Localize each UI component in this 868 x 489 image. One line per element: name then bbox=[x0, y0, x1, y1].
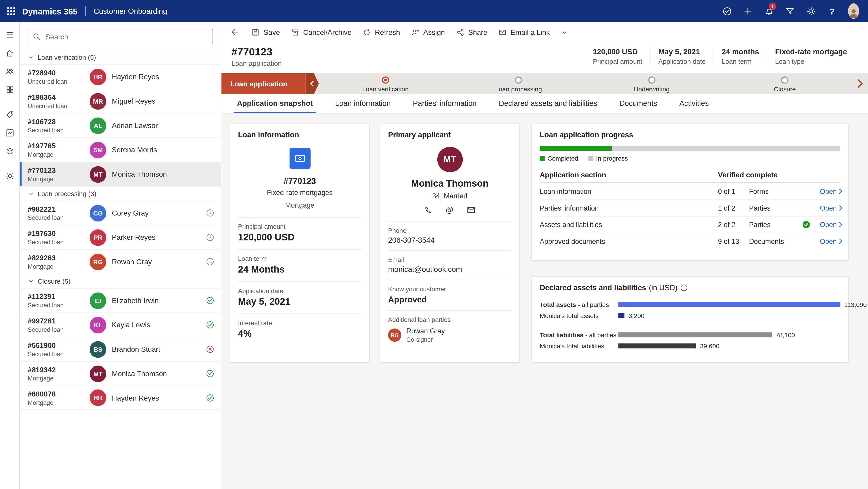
box-icon[interactable] bbox=[1, 143, 18, 160]
cancel-archive-button[interactable]: Cancel/Archive bbox=[285, 24, 357, 40]
list-item[interactable]: #106728Secured loan AL Adrian Lawsor bbox=[20, 113, 221, 138]
tab-activities[interactable]: Activities bbox=[676, 98, 712, 113]
bpf-collapse-button[interactable] bbox=[306, 73, 319, 94]
open-link[interactable]: Open bbox=[816, 237, 846, 246]
card-title: Declared assets and liabilities bbox=[540, 284, 646, 292]
liabilities-monica-bar bbox=[618, 343, 696, 348]
stat-application-date: May 5, 2021 Application date bbox=[650, 48, 713, 65]
loan-product: Fixed-rate mortgages bbox=[238, 189, 362, 197]
loan-type-label: Secured loan bbox=[28, 351, 90, 357]
chart-icon[interactable] bbox=[1, 125, 18, 141]
waffle-icon[interactable] bbox=[0, 0, 22, 22]
group-header-closure[interactable]: Closure (5) bbox=[20, 274, 221, 288]
filter-icon[interactable] bbox=[779, 0, 800, 22]
card-title: Loan information bbox=[238, 131, 362, 139]
plus-icon[interactable] bbox=[737, 0, 758, 22]
chevron-down-icon bbox=[28, 191, 34, 196]
bpf-stage-loan-verification[interactable]: Loan verification bbox=[319, 73, 452, 94]
app-name[interactable]: Customer Onboarding bbox=[94, 7, 167, 16]
list-item[interactable]: #198364Unecured loan MR Miguel Reyes bbox=[20, 89, 221, 113]
list-item[interactable]: #819342Mortgage MT Monica Thomson bbox=[20, 361, 221, 386]
list-item[interactable]: #600078Mortgage HR Hayden Reyes bbox=[20, 385, 221, 410]
phone-icon[interactable] bbox=[424, 206, 432, 214]
party-row[interactable]: RG Rowan Gray Co-signer bbox=[388, 327, 512, 343]
assign-button[interactable]: Assign bbox=[405, 24, 450, 40]
back-button[interactable] bbox=[226, 24, 243, 40]
share-button[interactable]: Share bbox=[451, 24, 493, 40]
loan-type-label: Mortgage bbox=[28, 175, 90, 182]
group-header-loan-processing[interactable]: Loan processing (3) bbox=[20, 186, 221, 201]
more-commands-button[interactable] bbox=[555, 24, 574, 40]
bar-value: 3,200 bbox=[628, 312, 644, 319]
help-icon[interactable]: ? bbox=[822, 0, 842, 22]
applicant-meta: 34, Married bbox=[388, 192, 512, 200]
loan-category: Mortgage bbox=[238, 202, 362, 209]
stage-marker bbox=[515, 77, 522, 84]
avatar: RG bbox=[90, 253, 106, 270]
stage-marker bbox=[648, 77, 655, 84]
at-icon[interactable]: @ bbox=[445, 206, 454, 214]
list-item[interactable]: #997261Secured loan KL Kayla Lewis bbox=[20, 312, 221, 337]
search-input[interactable] bbox=[44, 32, 208, 41]
contact-name: Hayden Reyes bbox=[112, 394, 206, 402]
contact-name: Adrian Lawsor bbox=[112, 121, 214, 130]
info-icon[interactable] bbox=[680, 284, 687, 291]
search-box[interactable] bbox=[28, 29, 213, 44]
divider bbox=[85, 6, 86, 16]
tab-documents[interactable]: Documents bbox=[616, 98, 660, 113]
tab-declared-assets[interactable]: Declared assets and liabilities bbox=[495, 98, 600, 113]
open-link[interactable]: Open bbox=[816, 187, 846, 196]
user-avatar[interactable] bbox=[842, 0, 862, 22]
group-header-loan-verification[interactable]: Loan verification (5) bbox=[20, 50, 221, 64]
settings-gear-icon[interactable] bbox=[1, 168, 18, 184]
contact-name: Parker Reyes bbox=[112, 233, 206, 241]
list-item[interactable]: #112391Secured loan EI Elizabeth Irwin bbox=[20, 288, 221, 312]
tab-parties-information[interactable]: Parties' information bbox=[410, 98, 480, 113]
bpf-stage-underwriting[interactable]: Underwriting bbox=[585, 73, 718, 94]
tag-icon[interactable] bbox=[1, 106, 18, 123]
record-list-panel: Loan verification (5) #728940Unecured lo… bbox=[20, 22, 221, 489]
list-item[interactable]: #982221Secured loan CG Corey Gray bbox=[20, 201, 221, 225]
chevron-down-icon bbox=[28, 55, 34, 60]
list-item-selected[interactable]: #770123Mortgage MT Monica Thomson bbox=[20, 162, 221, 186]
bpf-stage-closure[interactable]: Closure bbox=[718, 73, 851, 94]
bpf-stage-loan-processing[interactable]: Loan processing bbox=[452, 73, 585, 94]
list-item[interactable]: #197765Mortgage SM Serena Morris bbox=[20, 137, 221, 162]
contact-name: Rowan Gray bbox=[112, 258, 206, 266]
open-link[interactable]: Open bbox=[816, 220, 846, 229]
brand-title[interactable]: Dynamics 365 bbox=[22, 6, 78, 16]
progress-table: Application section Verified complete Lo… bbox=[540, 167, 840, 249]
chevron-right-icon bbox=[838, 189, 842, 195]
stat-principal-amount: 120,000 USD Principal amount bbox=[585, 48, 650, 65]
bpf-active-process-chip[interactable]: Loan application bbox=[221, 73, 306, 94]
card-title: Primary applicant bbox=[388, 131, 512, 139]
progress-bar-fill bbox=[540, 146, 612, 151]
grid-icon[interactable] bbox=[1, 81, 18, 98]
list-item[interactable]: #728940Unecured loan HR Hayden Reyes bbox=[20, 64, 221, 89]
avatar: HR bbox=[90, 390, 106, 406]
list-item[interactable]: #197630Secured loan PR Parker Reyes bbox=[20, 225, 221, 249]
envelope-icon[interactable] bbox=[467, 206, 475, 214]
party-role: Co-signer bbox=[406, 336, 445, 343]
gear-icon[interactable] bbox=[800, 0, 822, 22]
field-interest-rate: Interest rate 4% bbox=[238, 314, 362, 346]
save-button[interactable]: Save bbox=[246, 24, 285, 40]
refresh-button[interactable]: Refresh bbox=[357, 24, 405, 40]
email-link-button[interactable]: Email a Link bbox=[493, 24, 555, 40]
hamburger-icon[interactable] bbox=[1, 27, 18, 43]
list-item[interactable]: #829263Mortgage RG Rowan Gray bbox=[20, 249, 221, 274]
presence-check-icon[interactable] bbox=[716, 0, 737, 22]
field-application-date: Application date May 5, 2021 bbox=[238, 281, 362, 314]
tab-loan-information[interactable]: Loan information bbox=[332, 98, 394, 113]
avatar: MT bbox=[90, 365, 106, 382]
bell-icon[interactable]: 1 bbox=[758, 0, 779, 22]
list-item[interactable]: #561900Secured loan BS Brandon Stuart bbox=[20, 337, 221, 361]
people-icon[interactable] bbox=[1, 63, 18, 80]
home-icon[interactable] bbox=[1, 45, 18, 61]
tab-application-snapshot[interactable]: Application snapshot bbox=[234, 98, 316, 113]
avatar: MR bbox=[90, 93, 106, 109]
open-link[interactable]: Open bbox=[816, 204, 846, 212]
avatar: CG bbox=[90, 205, 106, 221]
bpf-next-stage-button[interactable] bbox=[851, 73, 868, 94]
x-circle-icon bbox=[206, 345, 214, 353]
